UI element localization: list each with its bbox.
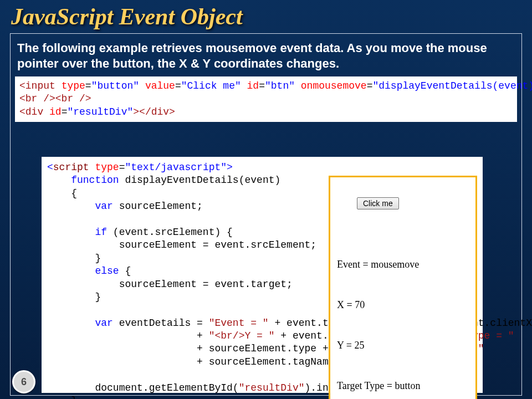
code-token: function [71, 175, 119, 186]
code-token: + sourceElement.tagName; [197, 356, 340, 367]
code-token: "<br/>Y = " [209, 330, 275, 341]
code-token: "resultDiv" [239, 382, 305, 393]
code-token: id [247, 80, 259, 91]
content-frame: The following example retrieves mousemov… [10, 33, 522, 396]
code-token: = [175, 80, 181, 91]
code-token: } [95, 291, 101, 303]
code-token: = [119, 162, 125, 173]
code-token: > [133, 106, 139, 117]
code-token: = [259, 80, 265, 91]
code-token: = [367, 80, 373, 91]
code-token: else [95, 265, 119, 277]
code-token: sourceElement; [113, 201, 203, 212]
code-token: <div [19, 106, 43, 117]
code-snippet-script: <script type="text/javascript"> function… [42, 157, 483, 393]
code-token: var [95, 201, 112, 212]
code-token: if [95, 227, 107, 238]
code-token: "resultDiv" [67, 106, 133, 117]
code-token: { [71, 188, 77, 199]
code-token: = [62, 106, 68, 117]
code-token: value [145, 80, 175, 91]
code-token: script [53, 162, 89, 173]
code-token: <input [19, 80, 55, 91]
preview-line-target-type: Target Type = button [337, 379, 469, 392]
code-token: <br /><br /> [19, 93, 91, 104]
output-preview: Click me Event = mousemove X = 70 Y = 25… [329, 176, 477, 399]
preview-line-x: X = 70 [337, 298, 469, 311]
code-token: > [227, 162, 233, 173]
slide-title: JavaScript Event Object [0, 0, 532, 31]
code-token: </div> [139, 106, 175, 117]
code-token: { [119, 265, 131, 277]
code-token: var [95, 318, 112, 329]
code-token: } [71, 395, 77, 399]
code-token: } [95, 253, 101, 264]
code-token: + [197, 330, 209, 341]
code-token: type [62, 80, 85, 91]
code-token [89, 162, 95, 173]
code-token: sourceElement = event.target; [119, 279, 293, 290]
preview-line-y: Y = 25 [337, 339, 469, 352]
code-token: (event.srcElement) { [107, 227, 233, 238]
code-token: "button" [91, 80, 139, 91]
code-token: "Click me" [181, 80, 241, 91]
preview-line-event: Event = mousemove [337, 258, 469, 271]
code-token: "displayEventDetails(event)" [372, 80, 532, 91]
click-me-button[interactable]: Click me [357, 197, 399, 209]
code-token: eventDetails = [113, 318, 209, 329]
code-token: onmousemove [301, 80, 367, 91]
code-token: = [85, 80, 91, 91]
code-token: id [49, 106, 62, 117]
code-token: < [47, 162, 53, 173]
code-token: + sourceElement.type + [197, 343, 334, 354]
page-number-badge: 6 [12, 370, 35, 393]
code-token: sourceElement = event.srcElement; [119, 239, 316, 250]
code-token: "Event = " [209, 318, 269, 329]
code-token: document.getElementById( [95, 382, 238, 393]
intro-text: The following example retrieves mousemov… [17, 40, 515, 71]
code-token: displayEventDetails(event) [119, 175, 281, 186]
code-token: "btn" [265, 80, 295, 91]
code-token: "text/javascript" [125, 162, 227, 173]
code-token: type [95, 162, 119, 173]
code-snippet-html: <input type="button" value="Click me" id… [15, 76, 517, 122]
